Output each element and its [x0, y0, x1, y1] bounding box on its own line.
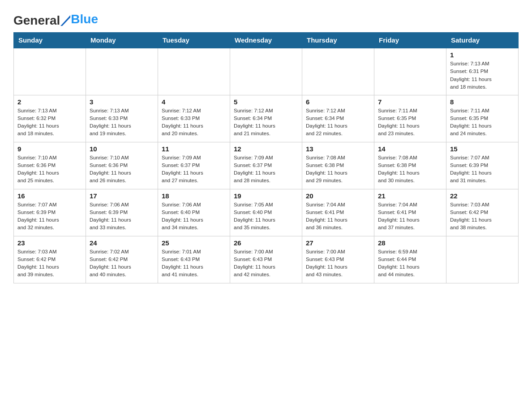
day-number: 15 — [450, 145, 515, 153]
day-info: Sunrise: 7:01 AMSunset: 6:43 PMDaylight:… — [162, 248, 226, 279]
calendar-day-cell — [230, 48, 302, 95]
calendar-day-cell: 1Sunrise: 7:13 AMSunset: 6:31 PMDaylight… — [446, 48, 519, 95]
day-info: Sunrise: 6:59 AMSunset: 6:44 PMDaylight:… — [378, 248, 442, 279]
day-info: Sunrise: 7:08 AMSunset: 6:38 PMDaylight:… — [306, 154, 370, 185]
weekday-header-saturday: Saturday — [446, 33, 519, 48]
day-info: Sunrise: 7:03 AMSunset: 6:42 PMDaylight:… — [17, 248, 82, 279]
day-number: 28 — [378, 239, 442, 247]
calendar-day-cell — [86, 48, 158, 95]
calendar-day-cell — [158, 48, 230, 95]
calendar-day-cell: 21Sunrise: 7:04 AMSunset: 6:41 PMDayligh… — [374, 189, 446, 236]
day-number: 23 — [17, 239, 82, 247]
calendar-day-cell: 14Sunrise: 7:08 AMSunset: 6:38 PMDayligh… — [374, 142, 446, 189]
day-number: 7 — [378, 98, 442, 106]
day-number: 12 — [234, 145, 298, 153]
day-info: Sunrise: 7:00 AMSunset: 6:43 PMDaylight:… — [306, 248, 370, 279]
day-number: 26 — [234, 239, 298, 247]
day-info: Sunrise: 7:00 AMSunset: 6:43 PMDaylight:… — [234, 248, 298, 279]
day-number: 5 — [234, 98, 298, 106]
day-info: Sunrise: 7:02 AMSunset: 6:42 PMDaylight:… — [90, 248, 154, 279]
calendar-day-cell — [374, 48, 446, 95]
calendar-week-row: 9Sunrise: 7:10 AMSunset: 6:36 PMDaylight… — [14, 142, 519, 189]
day-number: 27 — [306, 239, 370, 247]
day-number: 19 — [234, 192, 298, 200]
logo-blue-text: Blue — [71, 12, 98, 26]
weekday-header-monday: Monday — [86, 33, 158, 48]
calendar-day-cell: 22Sunrise: 7:03 AMSunset: 6:42 PMDayligh… — [446, 189, 519, 236]
calendar-day-cell: 19Sunrise: 7:05 AMSunset: 6:40 PMDayligh… — [230, 189, 302, 236]
calendar-week-row: 2Sunrise: 7:13 AMSunset: 6:32 PMDaylight… — [14, 95, 519, 142]
logo-arrow-icon — [60, 15, 70, 26]
calendar-day-cell: 3Sunrise: 7:13 AMSunset: 6:33 PMDaylight… — [86, 95, 158, 142]
day-number: 8 — [450, 98, 515, 106]
calendar-day-cell — [14, 48, 86, 95]
page-header: General Blue — [13, 9, 519, 28]
calendar-day-cell: 9Sunrise: 7:10 AMSunset: 6:36 PMDaylight… — [14, 142, 86, 189]
calendar-day-cell: 18Sunrise: 7:06 AMSunset: 6:40 PMDayligh… — [158, 189, 230, 236]
calendar-day-cell: 2Sunrise: 7:13 AMSunset: 6:32 PMDaylight… — [14, 95, 86, 142]
day-number: 14 — [378, 145, 442, 153]
day-info: Sunrise: 7:05 AMSunset: 6:40 PMDaylight:… — [234, 201, 298, 232]
weekday-header-wednesday: Wednesday — [230, 33, 302, 48]
day-info: Sunrise: 7:13 AMSunset: 6:33 PMDaylight:… — [90, 107, 154, 138]
calendar-week-row: 23Sunrise: 7:03 AMSunset: 6:42 PMDayligh… — [14, 236, 519, 283]
day-number: 18 — [162, 192, 226, 200]
calendar-day-cell: 20Sunrise: 7:04 AMSunset: 6:41 PMDayligh… — [302, 189, 374, 236]
calendar-day-cell — [446, 236, 519, 283]
calendar-day-cell: 28Sunrise: 6:59 AMSunset: 6:44 PMDayligh… — [374, 236, 446, 283]
day-info: Sunrise: 7:07 AMSunset: 6:39 PMDaylight:… — [450, 154, 515, 185]
day-info: Sunrise: 7:08 AMSunset: 6:38 PMDaylight:… — [378, 154, 442, 185]
day-info: Sunrise: 7:06 AMSunset: 6:39 PMDaylight:… — [90, 201, 154, 232]
weekday-header-thursday: Thursday — [302, 33, 374, 48]
day-info: Sunrise: 7:12 AMSunset: 6:34 PMDaylight:… — [234, 107, 298, 138]
day-number: 11 — [162, 145, 226, 153]
day-number: 10 — [90, 145, 154, 153]
calendar-day-cell — [302, 48, 374, 95]
day-info: Sunrise: 7:10 AMSunset: 6:36 PMDaylight:… — [17, 154, 82, 185]
calendar-week-row: 1Sunrise: 7:13 AMSunset: 6:31 PMDaylight… — [14, 48, 519, 95]
calendar-day-cell: 5Sunrise: 7:12 AMSunset: 6:34 PMDaylight… — [230, 95, 302, 142]
calendar-day-cell: 15Sunrise: 7:07 AMSunset: 6:39 PMDayligh… — [446, 142, 519, 189]
weekday-header-tuesday: Tuesday — [158, 33, 230, 48]
day-info: Sunrise: 7:07 AMSunset: 6:39 PMDaylight:… — [17, 201, 82, 232]
day-info: Sunrise: 7:03 AMSunset: 6:42 PMDaylight:… — [450, 201, 515, 232]
calendar-day-cell: 4Sunrise: 7:12 AMSunset: 6:33 PMDaylight… — [158, 95, 230, 142]
day-number: 2 — [17, 98, 82, 106]
day-number: 25 — [162, 239, 226, 247]
day-info: Sunrise: 7:12 AMSunset: 6:33 PMDaylight:… — [162, 107, 226, 138]
day-number: 9 — [17, 145, 82, 153]
day-info: Sunrise: 7:10 AMSunset: 6:36 PMDaylight:… — [90, 154, 154, 185]
logo-general-text: General — [13, 13, 60, 28]
calendar-table: SundayMondayTuesdayWednesdayThursdayFrid… — [13, 32, 519, 283]
day-number: 24 — [90, 239, 154, 247]
day-info: Sunrise: 7:09 AMSunset: 6:37 PMDaylight:… — [162, 154, 226, 185]
calendar-day-cell: 13Sunrise: 7:08 AMSunset: 6:38 PMDayligh… — [302, 142, 374, 189]
day-info: Sunrise: 7:04 AMSunset: 6:41 PMDaylight:… — [378, 201, 442, 232]
weekday-header-row: SundayMondayTuesdayWednesdayThursdayFrid… — [14, 33, 519, 48]
day-number: 4 — [162, 98, 226, 106]
calendar-day-cell: 26Sunrise: 7:00 AMSunset: 6:43 PMDayligh… — [230, 236, 302, 283]
day-number: 22 — [450, 192, 515, 200]
weekday-header-friday: Friday — [374, 33, 446, 48]
day-number: 17 — [90, 192, 154, 200]
day-number: 3 — [90, 98, 154, 106]
calendar-day-cell: 6Sunrise: 7:12 AMSunset: 6:34 PMDaylight… — [302, 95, 374, 142]
calendar-day-cell: 23Sunrise: 7:03 AMSunset: 6:42 PMDayligh… — [14, 236, 86, 283]
day-info: Sunrise: 7:13 AMSunset: 6:31 PMDaylight:… — [450, 60, 515, 91]
day-info: Sunrise: 7:06 AMSunset: 6:40 PMDaylight:… — [162, 201, 226, 232]
calendar-week-row: 16Sunrise: 7:07 AMSunset: 6:39 PMDayligh… — [14, 189, 519, 236]
calendar-day-cell: 10Sunrise: 7:10 AMSunset: 6:36 PMDayligh… — [86, 142, 158, 189]
weekday-header-sunday: Sunday — [14, 33, 86, 48]
calendar-day-cell: 24Sunrise: 7:02 AMSunset: 6:42 PMDayligh… — [86, 236, 158, 283]
day-info: Sunrise: 7:13 AMSunset: 6:32 PMDaylight:… — [17, 107, 82, 138]
day-info: Sunrise: 7:04 AMSunset: 6:41 PMDaylight:… — [306, 201, 370, 232]
calendar-day-cell: 12Sunrise: 7:09 AMSunset: 6:37 PMDayligh… — [230, 142, 302, 189]
calendar-day-cell: 7Sunrise: 7:11 AMSunset: 6:35 PMDaylight… — [374, 95, 446, 142]
day-number: 16 — [17, 192, 82, 200]
day-number: 20 — [306, 192, 370, 200]
day-info: Sunrise: 7:12 AMSunset: 6:34 PMDaylight:… — [306, 107, 370, 138]
day-number: 6 — [306, 98, 370, 106]
day-number: 1 — [450, 51, 515, 59]
calendar-day-cell: 25Sunrise: 7:01 AMSunset: 6:43 PMDayligh… — [158, 236, 230, 283]
day-info: Sunrise: 7:11 AMSunset: 6:35 PMDaylight:… — [378, 107, 442, 138]
